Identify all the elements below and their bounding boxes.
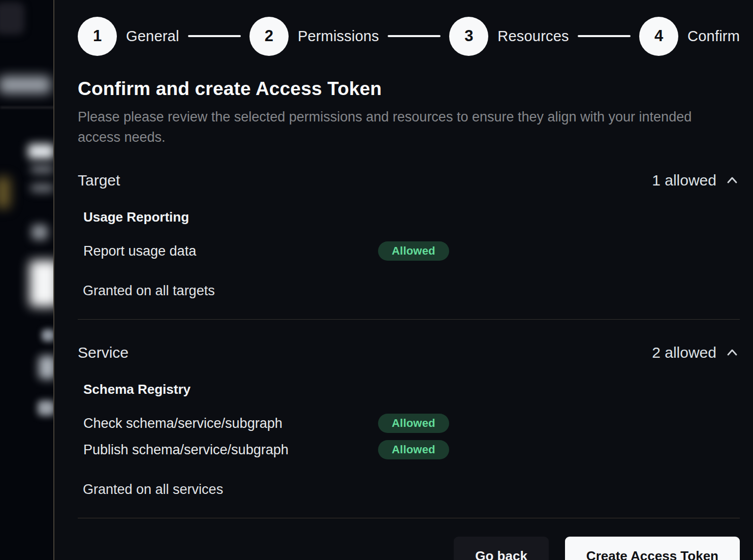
permission-label: Report usage data xyxy=(83,243,378,259)
section-divider xyxy=(78,319,740,320)
step-connector-line xyxy=(188,35,241,37)
page: 1 General 2 Permissions 3 Resources 4 Co… xyxy=(0,0,753,560)
backdrop-list-item-blur xyxy=(42,329,54,341)
page-description: Please please review the selected permis… xyxy=(78,107,703,147)
permission-row: Report usage data Allowed xyxy=(83,241,740,261)
permission-label: Publish schema/service/subgraph xyxy=(83,442,378,458)
step-label: Confirm xyxy=(687,28,740,45)
chevron-up-icon[interactable] xyxy=(725,173,740,188)
chevron-up-icon[interactable] xyxy=(725,345,740,360)
permission-group-schema-registry: Schema Registry Check schema/service/sub… xyxy=(83,382,740,459)
section-target-header[interactable]: Target 1 allowed xyxy=(78,172,740,189)
status-badge-allowed: Allowed xyxy=(378,241,449,261)
granted-note: Granted on all services xyxy=(83,482,740,497)
permission-label: Check schema/service/subgraph xyxy=(83,416,378,431)
backdrop-subtext-blur xyxy=(30,184,54,192)
status-badge-allowed: Allowed xyxy=(378,440,449,459)
step-confirm[interactable]: 4 Confirm xyxy=(639,17,740,56)
section-collapse-control[interactable]: 1 allowed xyxy=(652,172,740,189)
permission-group-usage-reporting: Usage Reporting Report usage data Allowe… xyxy=(83,209,740,261)
backdrop-list-item-blur xyxy=(38,400,54,416)
section-collapse-control[interactable]: 2 allowed xyxy=(652,344,740,361)
group-heading: Usage Reporting xyxy=(83,209,740,225)
step-connector-line xyxy=(388,35,441,37)
backdrop-blurred-page xyxy=(0,0,54,560)
granted-note: Granted on all targets xyxy=(83,283,740,299)
create-access-token-button[interactable]: Create Access Token xyxy=(565,537,740,560)
allowed-count: 1 allowed xyxy=(652,172,716,189)
step-general[interactable]: 1 General xyxy=(78,17,179,56)
allowed-count: 2 allowed xyxy=(652,344,716,361)
backdrop-nav-text-blur xyxy=(0,76,51,94)
status-badge-allowed: Allowed xyxy=(378,414,449,433)
create-access-token-modal: 1 General 2 Permissions 3 Resources 4 Co… xyxy=(54,0,753,560)
backdrop-card-blur xyxy=(29,260,54,307)
step-connector-line xyxy=(578,35,631,37)
backdrop-heading-blur xyxy=(28,144,54,159)
step-number-circle: 4 xyxy=(639,17,678,56)
step-resources[interactable]: 3 Resources xyxy=(449,17,569,56)
section-target: Target 1 allowed Usage Reporting Report … xyxy=(78,172,740,320)
step-number-circle: 2 xyxy=(249,17,289,56)
section-name: Target xyxy=(78,172,120,189)
permission-row: Check schema/service/subgraph Allowed xyxy=(83,414,740,433)
page-title: Confirm and create Access Token xyxy=(78,78,740,100)
step-permissions[interactable]: 2 Permissions xyxy=(249,17,379,56)
backdrop-logo-blur xyxy=(0,2,24,35)
section-service-header[interactable]: Service 2 allowed xyxy=(78,344,740,361)
backdrop-subtext-blur xyxy=(30,165,54,173)
wizard-stepper: 1 General 2 Permissions 3 Resources 4 Co… xyxy=(78,16,740,56)
section-service: Service 2 allowed Schema Registry Check … xyxy=(78,344,740,518)
modal-footer: Go back Create Access Token xyxy=(78,537,740,560)
section-name: Service xyxy=(78,344,129,361)
footer-divider xyxy=(78,518,740,518)
backdrop-list-item-blur xyxy=(39,356,54,379)
step-number-circle: 3 xyxy=(449,17,488,56)
step-label: Permissions xyxy=(298,28,379,45)
step-label: General xyxy=(126,28,179,45)
go-back-button[interactable]: Go back xyxy=(454,537,549,560)
backdrop-divider-blur xyxy=(0,107,54,108)
permission-row: Publish schema/service/subgraph Allowed xyxy=(83,440,740,459)
step-number-circle: 1 xyxy=(78,17,117,56)
group-heading: Schema Registry xyxy=(83,382,740,397)
backdrop-icon-blur xyxy=(32,225,48,240)
backdrop-accent-blur xyxy=(0,177,10,208)
step-label: Resources xyxy=(497,28,569,45)
